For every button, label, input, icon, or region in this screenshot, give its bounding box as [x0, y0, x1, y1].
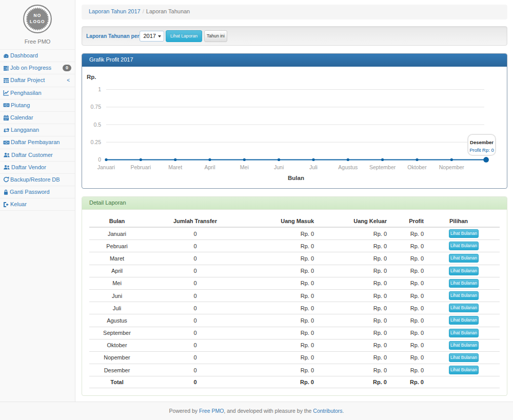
- svg-text:April: April: [204, 164, 215, 170]
- svg-text:0: 0: [98, 156, 101, 163]
- svg-text:Rp.: Rp.: [87, 74, 96, 80]
- svg-text:Agustus: Agustus: [338, 164, 358, 170]
- svg-text:Pebruari: Pebruari: [130, 164, 151, 170]
- svg-text:Nopember: Nopember: [439, 164, 465, 170]
- svg-text:Juli: Juli: [309, 164, 318, 170]
- svg-text:Bulan: Bulan: [288, 175, 304, 181]
- svg-text:Desember: Desember: [470, 139, 494, 145]
- svg-text:Mei: Mei: [240, 164, 249, 170]
- svg-text:Januari: Januari: [97, 164, 115, 170]
- svg-text:Juni: Juni: [274, 164, 284, 170]
- svg-text:Maret: Maret: [168, 164, 182, 170]
- svg-text:0.25: 0.25: [91, 139, 102, 145]
- svg-text:NO: NO: [33, 13, 41, 18]
- svg-text:Profit Rp: 0: Profit Rp: 0: [469, 147, 494, 153]
- svg-text:0.5: 0.5: [93, 122, 101, 128]
- svg-text:1: 1: [98, 86, 101, 92]
- svg-text:Oktober: Oktober: [407, 164, 427, 170]
- svg-text:September: September: [369, 164, 396, 170]
- svg-text:0.75: 0.75: [91, 104, 102, 110]
- svg-text:LOGO: LOGO: [30, 19, 45, 24]
